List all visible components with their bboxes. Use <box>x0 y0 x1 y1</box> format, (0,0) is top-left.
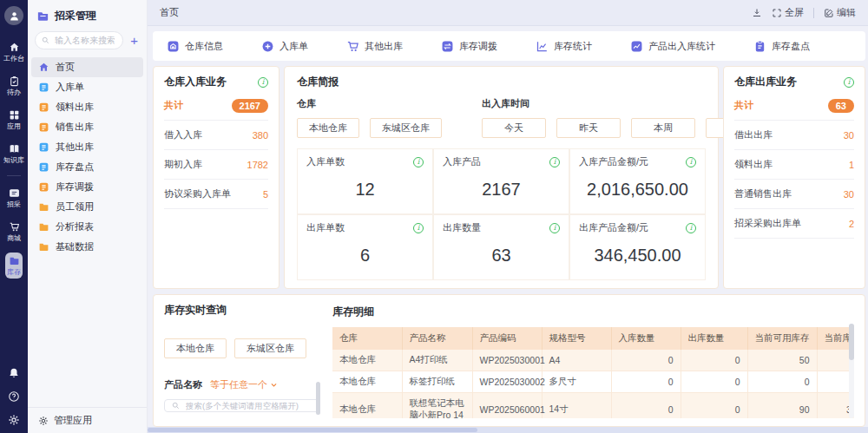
time-filter-button[interactable]: 昨天 <box>556 118 621 138</box>
sidebar-item-employee-use[interactable]: 员工领用 <box>31 197 143 217</box>
quick-action-warehouse-info[interactable]: 仓库信息 <box>167 40 223 53</box>
table-scrollbar[interactable] <box>849 324 854 418</box>
filter-scrollbar[interactable] <box>316 382 320 415</box>
time-filter-button[interactable]: 今天 <box>482 118 546 138</box>
inventory-realtime-card: 库存实时查询 本地仓库 东城区仓库 产品名称 等于任意一个 <box>153 294 865 427</box>
sidebar-item-sales-outbound[interactable]: 销售出库 <box>31 117 143 137</box>
stat-row[interactable]: 招采采购出库单 2 <box>734 209 854 239</box>
warehouse-filter-button[interactable]: 本地仓库 <box>297 118 359 138</box>
info-icon[interactable]: i <box>549 223 560 233</box>
table-row[interactable]: 本地仓库 标签打印纸 WP2025030002 多尺寸 0 0 0 <box>332 371 854 393</box>
rail-item-knowledge[interactable]: 知识库 <box>2 141 26 167</box>
app-rail: 工作台 待办 应用 知识库 招采 商城 库存 <box>0 0 28 433</box>
folder-icon <box>9 255 20 266</box>
time-filter-button[interactable]: 本周 <box>631 118 695 138</box>
quick-action-label: 仓库信息 <box>185 40 223 53</box>
clipboard-check-icon <box>9 75 20 87</box>
table-row[interactable]: 本地仓库 联想笔记本电脑小新Pro 14 WP2025060001 14寸 0 … <box>332 393 854 419</box>
help-icon[interactable] <box>8 390 20 403</box>
folder-icon <box>38 201 49 213</box>
fullscreen-button[interactable]: 全屏 <box>772 6 804 19</box>
stat-row[interactable]: 期初入库 1782 <box>164 150 268 180</box>
user-avatar[interactable] <box>4 6 23 25</box>
info-icon[interactable]: i <box>258 77 268 88</box>
app-window: 工作台 待办 应用 知识库 招采 商城 库存 <box>0 0 868 433</box>
sidebar-item-base-data[interactable]: 基础数据 <box>31 237 143 257</box>
warehouse-filter-button[interactable]: 东城区仓库 <box>234 338 306 358</box>
product-search-input[interactable] <box>184 400 312 411</box>
horizontal-scrollbar-thumb[interactable] <box>148 428 477 432</box>
bell-icon[interactable] <box>8 367 20 379</box>
edit-button[interactable]: 编辑 <box>824 6 856 19</box>
sidebar-item-material-outbound[interactable]: 领料出库 <box>31 97 143 117</box>
sidebar-item-home[interactable]: 首页 <box>31 57 143 77</box>
quick-action-inventory-stats[interactable]: 库存统计 <box>536 40 592 53</box>
stat-value: 346,450.00 <box>579 234 696 276</box>
operator-dropdown[interactable]: 等于任意一个 <box>210 378 278 391</box>
manage-apps-button[interactable]: 管理应用 <box>28 407 147 433</box>
quick-action-product-io-stats[interactable]: 产品出入库统计 <box>630 40 715 53</box>
transfer-icon <box>441 40 454 53</box>
sidebar-item-inbound-order[interactable]: 入库单 <box>31 77 143 97</box>
table-title: 库存明细 <box>332 305 854 319</box>
rail-item-procurement[interactable]: 招采 <box>5 185 23 211</box>
stat-row[interactable]: 借入入库 380 <box>164 121 268 150</box>
rail-item-label: 工作台 <box>3 55 24 62</box>
info-icon[interactable]: i <box>549 157 560 167</box>
person-icon <box>9 10 20 22</box>
stat-row[interactable]: 普通销售出库 30 <box>734 180 854 209</box>
panel-title: 库存实时查询 <box>164 303 320 318</box>
horizontal-scrollbar[interactable] <box>148 427 868 433</box>
quick-action-label: 入库单 <box>279 40 308 53</box>
stat-row[interactable]: 协议采购入库单 5 <box>164 180 268 209</box>
cart-icon <box>9 221 20 233</box>
rail-item-apps[interactable]: 应用 <box>5 107 23 133</box>
chart-icon <box>536 40 549 53</box>
search-icon <box>42 36 49 44</box>
breadcrumb[interactable]: 首页 <box>160 6 179 19</box>
warehouse-filter-button[interactable]: 本地仓库 <box>164 338 227 358</box>
rail-item-workbench[interactable]: 工作台 <box>2 39 26 65</box>
stat-row[interactable]: 领料出库 1 <box>734 150 854 180</box>
info-icon[interactable]: i <box>413 223 424 233</box>
quick-action-stocktake[interactable]: 库存盘点 <box>753 40 810 53</box>
sidebar-search-field[interactable] <box>35 31 123 49</box>
rail-item-inventory[interactable]: 库存 <box>5 253 23 279</box>
gear-icon[interactable] <box>8 414 20 426</box>
quick-action-label: 产品出入库统计 <box>648 40 715 53</box>
sidebar-search-input[interactable] <box>53 35 116 46</box>
rail-item-todo[interactable]: 待办 <box>5 73 23 99</box>
sidebar-item-reports[interactable]: 分析报表 <box>31 217 143 237</box>
line-chart-icon <box>630 40 643 53</box>
info-icon[interactable]: i <box>413 157 424 167</box>
rail-bottom-actions <box>8 367 20 426</box>
rail-item-mall[interactable]: 商城 <box>5 219 23 245</box>
book-icon <box>9 143 20 154</box>
info-icon[interactable]: i <box>686 157 696 167</box>
download-button[interactable] <box>752 8 762 18</box>
quick-action-label: 库存统计 <box>554 40 592 53</box>
sidebar-menu: 首页 入库单 领料出库 销售出库 其他出库 库存盘点 <box>28 57 147 407</box>
table-row[interactable]: 本地仓库 A4打印纸 WP2025030001 A4 0 0 50 25 <box>332 350 854 371</box>
info-icon[interactable]: i <box>844 77 854 88</box>
info-icon[interactable]: i <box>686 223 696 233</box>
dashboard-row: 仓库入库业务 i 共计 2167 借入入库 380 期初入库 1782 <box>153 66 865 289</box>
quick-action-transfer[interactable]: 库存调拨 <box>441 40 497 53</box>
stat-row[interactable]: 借出出库 30 <box>734 121 854 150</box>
product-search-field[interactable] <box>164 399 320 412</box>
quick-action-other-outbound[interactable]: 其他出库 <box>346 40 403 53</box>
field-label: 产品名称 <box>164 378 202 391</box>
quick-action-inbound-order[interactable]: 入库单 <box>261 40 308 53</box>
sidebar-item-other-outbound[interactable]: 其他出库 <box>31 137 143 157</box>
sidebar-item-label: 领料出库 <box>56 101 94 114</box>
sidebar-item-label: 分析报表 <box>56 220 94 233</box>
sidebar-item-label: 库存调拨 <box>56 180 94 194</box>
add-button[interactable]: + <box>128 34 140 47</box>
sidebar-item-stocktake[interactable]: 库存盘点 <box>31 157 143 177</box>
gear-icon <box>38 416 49 426</box>
cart-icon <box>346 40 359 53</box>
warehouse-filter-button[interactable]: 东城区仓库 <box>370 118 442 138</box>
sidebar-item-transfer[interactable]: 库存调拨 <box>31 177 143 197</box>
outbound-business-card: 仓库出库业务 i 共计 63 借出出库 30 领料出库 1 <box>723 66 865 289</box>
document-icon <box>38 161 49 173</box>
